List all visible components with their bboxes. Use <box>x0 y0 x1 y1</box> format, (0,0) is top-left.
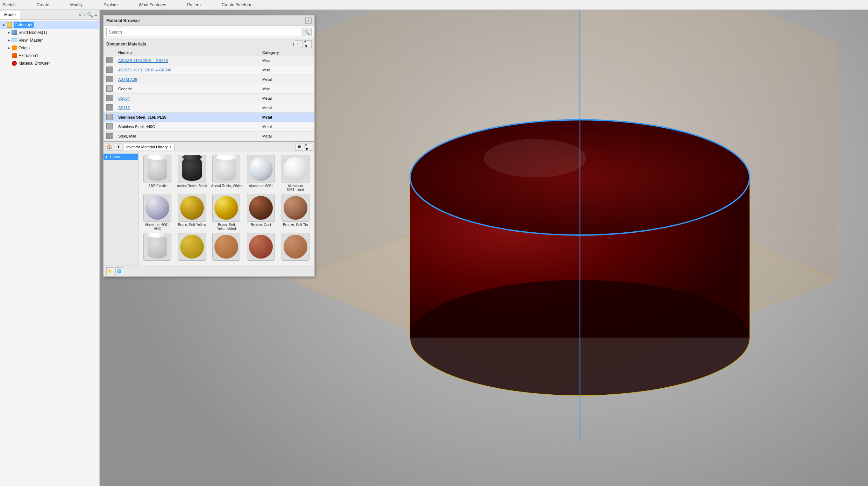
panel-titlebar: Material Browser × <box>104 15 314 26</box>
library-nav-button[interactable]: ▼ <box>115 143 122 151</box>
lib-list-view-button[interactable]: ≡ ▼ <box>305 143 312 151</box>
sidebar-tab-model[interactable]: Model <box>0 11 20 19</box>
col-category[interactable]: Category <box>259 49 314 56</box>
search-button[interactable]: 🔍 <box>303 28 312 36</box>
table-row[interactable]: GenericMisc <box>104 84 314 94</box>
material-category: Metal <box>259 132 314 141</box>
tree-item-solid-bodies[interactable]: ▶ Solid Bodies(1) <box>0 29 99 36</box>
library-home-button[interactable]: 🏠 <box>106 143 113 151</box>
table-row[interactable]: Steel, MildMetal <box>104 132 314 141</box>
material-shape-icon <box>214 196 238 220</box>
thumbnail-label: Bronze, Soft Tin <box>283 223 308 227</box>
materials-table: Name ▲ Category AS/NZS 1163:2016 – GR350… <box>104 49 314 141</box>
thumbnail-image <box>143 194 171 222</box>
tree-label-extrusion1: Extrusion1 <box>19 53 38 58</box>
material-thumbnail[interactable] <box>176 233 208 261</box>
material-thumbnail[interactable] <box>141 233 174 261</box>
main-area: Model × + 🔍 ≡ ▶ Colour.ipt ▶ <box>0 10 868 486</box>
panel-close-button[interactable]: × <box>305 17 312 24</box>
thumbnail-label: Aluminum 6061...lded <box>280 184 311 192</box>
search-input[interactable] <box>106 28 303 36</box>
material-thumbnail[interactable]: Bronze, Soft Tin <box>279 194 312 231</box>
toolbar-tab-create-freeform[interactable]: Create Freeform <box>222 2 252 7</box>
sidebar: Model × + 🔍 ≡ ▶ Colour.ipt ▶ <box>0 10 100 486</box>
menu-icon[interactable]: ≡ <box>94 12 97 17</box>
library-dropdown[interactable]: Inventor Material Library ▼ <box>124 144 175 150</box>
document-materials-label: Document Materials <box>106 42 291 47</box>
table-row[interactable]: AS/NZS 1163:2016 – GR350Misc <box>104 56 314 65</box>
toolbar-tab-modify[interactable]: Modify <box>70 2 83 7</box>
material-category: Misc <box>259 65 314 75</box>
library-header: 🏠 ▼ Inventor Material Library ▼ ⊞ ≡ ▼ <box>104 142 314 152</box>
material-thumbnail[interactable]: Aluminum 6061 <box>245 155 277 192</box>
col-name[interactable]: Name ▲ <box>115 49 259 56</box>
toolbar-tab-sketch[interactable]: Sketch <box>3 2 16 7</box>
material-thumbnail[interactable] <box>279 233 312 261</box>
material-shape-icon <box>180 235 204 259</box>
thumbnail-image <box>247 233 275 261</box>
material-name: Stainless Steel, 440C <box>118 125 155 129</box>
sort-arrow-icon: ▲ <box>130 51 133 55</box>
thumbnail-image <box>247 194 275 222</box>
material-thumbnail[interactable]: Aluminum 6061-AHC <box>141 194 174 231</box>
thumbnail-image <box>143 155 171 183</box>
table-row[interactable]: ASTM-A36Metal <box>104 75 314 84</box>
material-thumbnail[interactable]: Acetal Resin, White <box>210 155 243 192</box>
material-thumbnail[interactable]: Brass, Soft Yellow <box>176 194 208 231</box>
grid-row <box>141 233 312 261</box>
tree-item-end-of-part[interactable]: ▶ Material Browser <box>0 59 99 67</box>
model-tree: ▶ Colour.ipt ▶ Solid Bodies(1) ▶ <box>0 20 99 486</box>
footer-icon-2[interactable]: 🌐 <box>115 267 123 275</box>
table-row[interactable]: SS316Metal <box>104 103 314 113</box>
material-shape-icon <box>284 157 307 181</box>
thumbnail-label: Acetal Resin, White <box>211 184 242 188</box>
svg-point-12 <box>484 139 586 177</box>
material-thumbnail[interactable] <box>210 233 243 261</box>
material-shape-icon <box>182 157 202 181</box>
toolbar-tab-work-features[interactable]: Work Features <box>139 2 166 7</box>
material-name: SS304 <box>118 96 130 100</box>
material-name: ASTM-A36 <box>118 77 137 82</box>
thumbnail-image <box>178 155 206 183</box>
material-shape-icon <box>145 196 169 220</box>
material-browser: Material Browser × 🔍 Document Materials … <box>103 15 315 277</box>
tree-item-extrusion1[interactable]: ▶ Extrusion1 <box>0 52 99 59</box>
list-view-button[interactable]: ≡ ▼ <box>304 40 312 48</box>
sidebar-tab-icons: × + 🔍 ≡ <box>78 12 99 17</box>
toolbar-tab-create[interactable]: Create <box>37 2 49 7</box>
library-tree-item-home[interactable]: ▶ Home <box>104 154 138 160</box>
table-row[interactable]: Stainless Steel, 316L PL28Metal <box>104 113 314 122</box>
thumbnail-image <box>178 194 206 222</box>
view-icon <box>11 37 17 43</box>
thumbnail-image <box>178 233 206 261</box>
lib-grid-view-button[interactable]: ⊞ <box>296 143 303 151</box>
table-row[interactable]: AS/NZS 3679.1:2016 – GR300Misc <box>104 65 314 75</box>
add-tab-icon[interactable]: + <box>83 12 86 17</box>
toolbar-tab-pattern[interactable]: Pattern <box>187 2 201 7</box>
material-thumbnail[interactable]: Acetal Resin, Black <box>176 155 208 192</box>
tree-item-view-master[interactable]: ▶ View: Master <box>0 36 99 44</box>
search-icon[interactable]: 🔍 <box>87 12 93 17</box>
material-shape-icon <box>180 196 204 220</box>
material-name: Stainless Steel, 316L PL28 <box>118 115 166 119</box>
close-tab-icon[interactable]: × <box>78 12 81 17</box>
tree-item-origin[interactable]: ▶ Origin <box>0 44 99 52</box>
grid-view-button[interactable]: ⊞ <box>295 40 303 48</box>
table-row[interactable]: SS304Metal <box>104 94 314 103</box>
footer-icon-1[interactable]: 📁 <box>106 267 114 275</box>
material-category: Misc <box>259 84 314 94</box>
toolbar-tab-explore[interactable]: Explore <box>104 2 118 7</box>
material-thumbnail[interactable]: Bronze, Cast <box>245 194 277 231</box>
library-name-label: Inventor Material Library <box>126 145 168 149</box>
material-thumbnail[interactable] <box>245 233 277 261</box>
material-shape-icon <box>249 235 273 259</box>
material-thumbnail[interactable]: ABS Plastic <box>141 155 174 192</box>
material-thumbnail[interactable]: Brass, Soft Yello...elded <box>210 194 243 231</box>
material-shape-icon <box>284 235 307 259</box>
thumbnail-label: Aluminum 6061 <box>249 184 273 188</box>
material-thumbnail[interactable]: Aluminum 6061...lded <box>279 155 312 192</box>
table-row[interactable]: Stainless Steel, 440CMetal <box>104 122 314 132</box>
thumbnail-label: ABS Plastic <box>148 184 166 188</box>
tree-arrow: ▶ <box>6 38 11 43</box>
tree-item-colour-ipt[interactable]: ▶ Colour.ipt <box>0 21 99 29</box>
